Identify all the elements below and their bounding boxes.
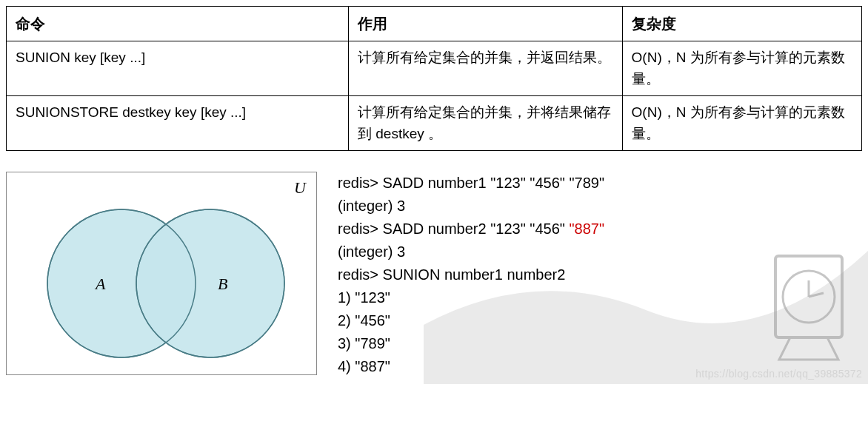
command-table: 命令 作用 复杂度 SUNION key [key ...] 计算所有给定集合的… — [6, 6, 862, 151]
cell-desc: 计算所有给定集合的并集，并返回结果。 — [349, 41, 623, 96]
code-line: 3) "789" — [338, 332, 604, 355]
svg-point-5 — [136, 209, 284, 357]
header-desc: 作用 — [349, 7, 623, 41]
code-line: (integer) 3 — [338, 240, 604, 263]
code-line: (integer) 3 — [338, 195, 604, 218]
venn-diagram: U A B — [6, 172, 317, 375]
cell-cmd: SUNION key [key ...] — [7, 41, 349, 96]
table-row: SUNIONSTORE destkey key [key ...] 计算所有给定… — [7, 96, 862, 151]
cell-complexity: O(N)，N 为所有参与计算的元素数量。 — [622, 96, 861, 151]
venn-b-label: B — [218, 275, 227, 293]
header-command: 命令 — [7, 7, 349, 41]
code-line: 1) "123" — [338, 286, 604, 309]
venn-svg: A B — [7, 172, 318, 376]
code-line: 4) "887" — [338, 355, 604, 378]
cell-desc: 计算所有给定集合的并集，并将结果储存到 destkey 。 — [349, 96, 623, 151]
table-row: SUNION key [key ...] 计算所有给定集合的并集，并返回结果。 … — [7, 41, 862, 96]
code-block: redis> SADD number1 "123" "456" "789" (i… — [338, 172, 604, 378]
code-line: 2) "456" — [338, 309, 604, 332]
venn-u-label: U — [294, 178, 306, 198]
cell-cmd: SUNIONSTORE destkey key [key ...] — [7, 96, 349, 151]
table-header-row: 命令 作用 复杂度 — [7, 7, 862, 41]
code-highlight: "887" — [569, 221, 604, 237]
code-line: redis> SUNION number1 number2 — [338, 263, 604, 286]
header-complexity: 复杂度 — [622, 7, 861, 41]
venn-a-label: A — [94, 275, 106, 293]
watermark: https://blog.csdn.net/qq_39885372 — [695, 368, 862, 380]
code-line: redis> SADD number2 "123" "456" "887" — [338, 218, 604, 240]
cell-complexity: O(N)，N 为所有参与计算的元素数量。 — [622, 41, 861, 96]
lower-section: U A B redis> SADD number1 "123" "456" "7… — [6, 172, 862, 378]
code-text: redis> SADD number2 "123" "456" — [338, 221, 569, 237]
code-line: redis> SADD number1 "123" "456" "789" — [338, 172, 604, 195]
